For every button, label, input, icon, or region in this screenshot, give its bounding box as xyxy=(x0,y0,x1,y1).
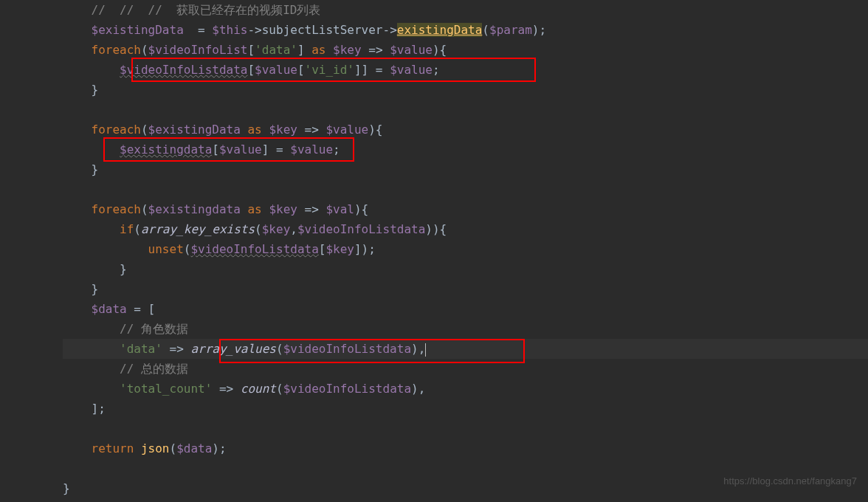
code-line: $existingData = $this->subjectListServer… xyxy=(63,20,868,40)
code-line: foreach($existingData as $key => $value)… xyxy=(63,120,868,140)
code-line: } xyxy=(63,279,868,299)
code-line: } xyxy=(63,80,868,100)
code-line xyxy=(63,419,868,439)
comment-text: // // // 获取已经存在的视频ID列表 xyxy=(92,3,321,17)
code-line: ]; xyxy=(63,399,868,419)
code-line: if(array_key_exists($key,$videoInfoListd… xyxy=(63,219,868,239)
code-editor[interactable]: // // // 获取已经存在的视频ID列表 $existingData = $… xyxy=(0,0,868,498)
code-line: // // // 获取已经存在的视频ID列表 xyxy=(63,0,868,20)
code-line: } xyxy=(63,259,868,279)
code-line: $data = [ xyxy=(63,299,868,319)
code-line: $existingdata[$value] = $value; xyxy=(63,140,868,159)
code-line: $videoInfoListdata[$value['vi_id']] = $v… xyxy=(63,60,868,80)
code-line: // 角色数据 xyxy=(63,319,868,339)
code-line: unset($videoInfoListdata[$key]); xyxy=(63,239,868,259)
text-cursor xyxy=(425,343,426,357)
code-line: } xyxy=(63,159,868,179)
code-line: return json($data); xyxy=(63,439,868,458)
code-line: foreach($videoInfoList['data'] as $key =… xyxy=(63,40,868,60)
code-line: // 总的数据 xyxy=(63,359,868,379)
code-line-current: 'data' => array_values($videoInfoListdat… xyxy=(63,339,868,359)
code-line: 'total_count' => count($videoInfoListdat… xyxy=(63,379,868,399)
code-line xyxy=(63,179,868,199)
code-line xyxy=(63,100,868,120)
method-link[interactable]: existingData xyxy=(397,23,483,37)
watermark-text: https://blog.csdn.net/fangkang7 xyxy=(723,471,857,491)
code-line: foreach($existingdata as $key => $val){ xyxy=(63,199,868,219)
